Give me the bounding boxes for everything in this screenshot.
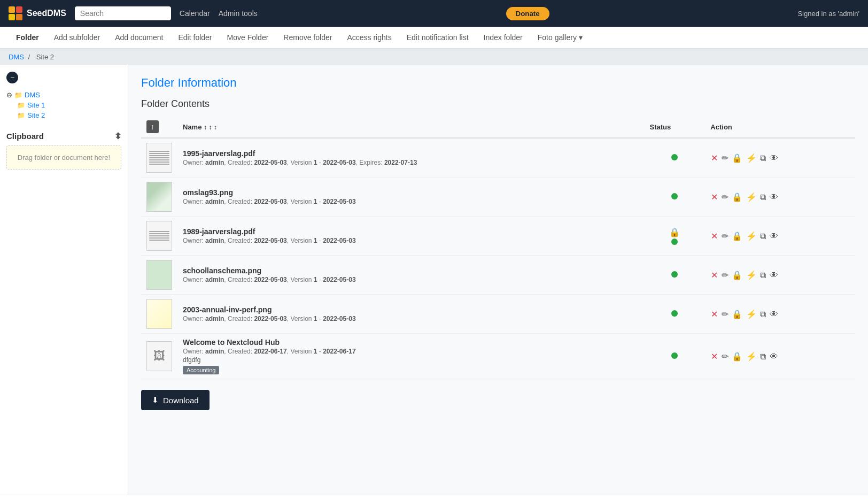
- toolbar-index-folder[interactable]: Index folder: [476, 27, 530, 48]
- action-edit-icon[interactable]: ✏: [722, 232, 728, 241]
- toolbar-add-subfolder[interactable]: Add subfolder: [46, 27, 107, 48]
- folder-icon-dms: 📁: [14, 91, 22, 99]
- action-edit-icon[interactable]: ✏: [722, 193, 728, 202]
- action-edit-icon[interactable]: ✏: [722, 310, 728, 319]
- status-dot: [671, 193, 678, 199]
- table-row: 1995-jaarverslag.pdf Owner: admin, Creat…: [141, 138, 855, 178]
- breadcrumb-site2: Site 2: [36, 53, 54, 61]
- tree-item-site1[interactable]: 📁 Site 1: [17, 100, 121, 110]
- doc-name[interactable]: 1989-jaarverslag.pdf: [183, 227, 639, 236]
- action-view-icon[interactable]: 👁: [770, 310, 778, 319]
- action-delete-icon[interactable]: ✕: [711, 310, 718, 319]
- col-up-header: ↑: [141, 116, 177, 138]
- doc-meta: Owner: admin, Created: 2022-05-03, Versi…: [183, 315, 639, 323]
- action-bolt-icon[interactable]: ⚡: [746, 232, 757, 241]
- tree-link-site1[interactable]: Site 1: [27, 101, 45, 109]
- tree-link-dms[interactable]: DMS: [25, 91, 40, 99]
- breadcrumb: DMS / Site 2: [0, 49, 868, 65]
- toolbar-remove-folder[interactable]: Remove folder: [276, 27, 339, 48]
- action-lock-icon[interactable]: 🔒: [732, 232, 742, 241]
- action-delete-icon[interactable]: ✕: [711, 352, 718, 361]
- doc-name[interactable]: schoollanschema.png: [183, 266, 639, 275]
- action-delete-icon[interactable]: ✕: [711, 153, 718, 163]
- doc-name[interactable]: Welcome to Nextcloud Hub: [183, 338, 639, 347]
- action-lock-icon[interactable]: 🔒: [732, 310, 742, 319]
- action-view-icon[interactable]: 👁: [770, 193, 778, 202]
- doc-thumbnail: [146, 221, 172, 251]
- doc-meta: Owner: admin, Created: 2022-05-03, Versi…: [183, 198, 639, 205]
- clipboard-drop-label: Drag folder or document here!: [18, 153, 110, 162]
- action-view-icon[interactable]: 👁: [770, 153, 778, 163]
- action-view-icon[interactable]: 👁: [770, 352, 778, 361]
- doc-meta: Owner: admin, Created: 2022-05-03, Versi…: [183, 237, 639, 244]
- top-nav: SeedDMS Calendar Admin tools Donate Sign…: [0, 0, 868, 27]
- search-input[interactable]: [75, 6, 171, 20]
- action-copy-icon[interactable]: ⧉: [760, 352, 766, 361]
- action-bolt-icon[interactable]: ⚡: [746, 352, 757, 361]
- tree-link-site2[interactable]: Site 2: [27, 111, 45, 119]
- donate-button[interactable]: Donate: [506, 7, 549, 20]
- toolbar-folder: Folder: [9, 27, 46, 48]
- tree-item-dms[interactable]: ⊖ 📁 DMS: [6, 90, 121, 100]
- clipboard-section: Clipboard ⬍ Drag folder or document here…: [6, 131, 121, 170]
- action-copy-icon[interactable]: ⧉: [760, 232, 766, 241]
- clipboard-label: Clipboard: [6, 132, 44, 141]
- toolbar-access-rights[interactable]: Access rights: [339, 27, 399, 48]
- toolbar-foto-gallery[interactable]: Foto gallery: [530, 27, 590, 48]
- folder-info-title: Folder Information: [141, 76, 855, 90]
- col-status-header: Status: [644, 116, 705, 138]
- clipboard-sort-icon[interactable]: ⬍: [114, 131, 121, 141]
- action-bolt-icon[interactable]: ⚡: [746, 153, 757, 163]
- action-delete-icon[interactable]: ✕: [711, 232, 718, 241]
- calendar-link[interactable]: Calendar: [180, 9, 210, 18]
- breadcrumb-dms[interactable]: DMS: [9, 53, 24, 61]
- doc-thumbnail: [146, 143, 172, 173]
- toolbar-move-folder[interactable]: Move Folder: [220, 27, 276, 48]
- action-bolt-icon[interactable]: ⚡: [746, 310, 757, 319]
- logo-icon: [9, 6, 22, 20]
- doc-name[interactable]: 2003-annual-inv-perf.png: [183, 305, 639, 314]
- sort-icons[interactable]: ↕ ↕ ↕: [204, 124, 217, 131]
- download-button[interactable]: ⬇ Download: [141, 390, 210, 410]
- col-name-label: Name: [183, 123, 201, 131]
- action-bolt-icon[interactable]: ⚡: [746, 193, 757, 202]
- status-dot: [671, 310, 678, 317]
- toolbar-edit-folder[interactable]: Edit folder: [170, 27, 219, 48]
- action-copy-icon[interactable]: ⧉: [760, 310, 766, 319]
- content-area: Folder Information Folder Contents ↑ Nam…: [128, 65, 868, 495]
- action-view-icon[interactable]: 👁: [770, 271, 778, 280]
- action-edit-icon[interactable]: ✏: [722, 153, 728, 163]
- action-edit-icon[interactable]: ✏: [722, 271, 728, 280]
- main-layout: − ⊖ 📁 DMS 📁 Site 1 📁 Site 2 Clipboard ⬍ …: [0, 65, 868, 495]
- doc-thumbnail: [146, 260, 172, 290]
- action-bolt-icon[interactable]: ⚡: [746, 271, 757, 280]
- action-delete-icon[interactable]: ✕: [711, 193, 718, 202]
- doc-name[interactable]: 1995-jaarverslag.pdf: [183, 149, 639, 158]
- tree-item-site2[interactable]: 📁 Site 2: [17, 110, 121, 120]
- up-button[interactable]: ↑: [146, 120, 159, 133]
- action-copy-icon[interactable]: ⧉: [760, 153, 766, 163]
- clipboard-drop-zone[interactable]: Drag folder or document here!: [6, 145, 121, 170]
- lock-icon: 🔒: [669, 227, 680, 237]
- action-edit-icon[interactable]: ✏: [722, 352, 728, 361]
- sidebar-collapse-button[interactable]: −: [6, 72, 18, 83]
- status-lock-green: 🔒: [649, 227, 700, 245]
- status-dot: [671, 154, 678, 160]
- action-copy-icon[interactable]: ⧉: [760, 193, 766, 202]
- action-copy-icon[interactable]: ⧉: [760, 271, 766, 280]
- toolbar-add-document[interactable]: Add document: [107, 27, 170, 48]
- action-lock-icon[interactable]: 🔒: [732, 352, 742, 361]
- toolbar-edit-notification[interactable]: Edit notification list: [399, 27, 476, 48]
- col-name-header: Name ↕ ↕ ↕: [177, 116, 644, 138]
- admin-tools-link[interactable]: Admin tools: [219, 9, 258, 18]
- action-lock-icon[interactable]: 🔒: [732, 271, 742, 280]
- doc-meta: Owner: admin, Created: 2022-06-17, Versi…: [183, 348, 639, 355]
- action-lock-icon[interactable]: 🔒: [732, 193, 742, 202]
- col-action-header: Action: [705, 116, 855, 138]
- action-delete-icon[interactable]: ✕: [711, 271, 718, 280]
- action-view-icon[interactable]: 👁: [770, 232, 778, 241]
- folder-icon-site2: 📁: [17, 112, 25, 119]
- doc-meta: Owner: admin, Created: 2022-05-03, Versi…: [183, 276, 639, 283]
- action-lock-icon[interactable]: 🔒: [732, 153, 742, 163]
- doc-name[interactable]: omslag93.png: [183, 188, 639, 197]
